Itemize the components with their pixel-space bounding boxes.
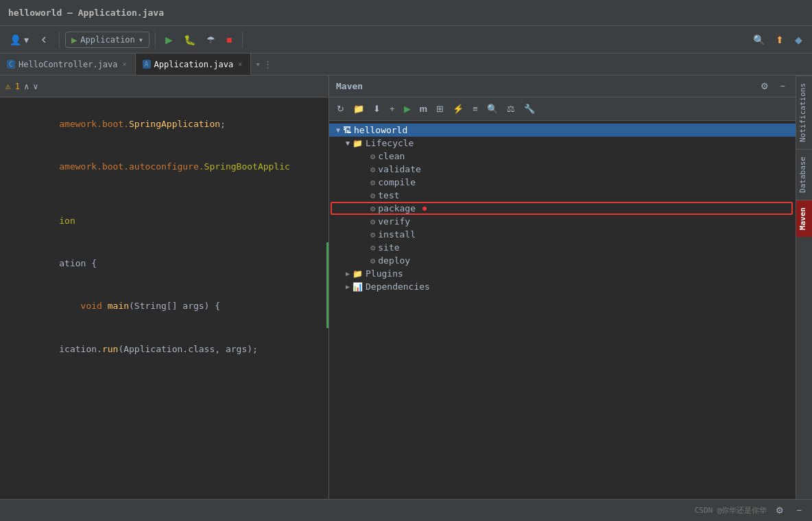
chevron-down-icon: ▾ <box>139 35 143 45</box>
maven-search-maven-btn[interactable]: 🔍 <box>483 102 501 116</box>
main-toolbar: 👤 ▾ ▶ Application ▾ ▶ 🐛 ☂ ■ 🔍 ⬆ ◆ <box>0 26 812 54</box>
maven-settings-btn[interactable]: ⚙ <box>757 79 772 93</box>
gear-icon-site: ⚙ <box>370 243 375 253</box>
tree-item-compile[interactable]: ⚙ compile <box>329 176 796 189</box>
maven-label: Maven <box>798 207 807 230</box>
tree-arrow-dependencies: ▶ <box>343 283 353 290</box>
tab-close-hello[interactable]: × <box>121 60 128 69</box>
maven-add-btn[interactable]: 📁 <box>350 102 368 116</box>
tree-label-plugins: Plugins <box>366 268 403 279</box>
tree-item-package[interactable]: ⚙ package <box>329 202 796 215</box>
tree-item-clean[interactable]: ⚙ clean <box>329 150 796 163</box>
maven-balance-btn[interactable]: ⚖ <box>503 102 518 116</box>
editor-line-5: ation { <box>0 242 329 285</box>
maven-tree: ▼ 🏗 helloworld ▼ 📁 Lifecycle ⚙ clean ⚙ v… <box>329 121 796 499</box>
run-button[interactable]: ▶ <box>161 32 177 48</box>
tree-root-helloworld[interactable]: ▼ 🏗 helloworld <box>329 124 796 137</box>
tree-label-package: package <box>378 203 416 213</box>
maven-run-btn[interactable]: + <box>386 102 398 116</box>
tree-label-install: install <box>378 229 416 240</box>
green-indicator <box>326 242 329 285</box>
toolbar-sep-3 <box>242 32 243 48</box>
run-config-dropdown[interactable]: ▶ Application ▾ <box>65 32 150 48</box>
tree-item-site[interactable]: ⚙ site <box>329 241 796 254</box>
tab-dropdown-icon: ▾ <box>255 59 261 69</box>
tree-item-install[interactable]: ⚙ install <box>329 228 796 241</box>
tab-label-app: Application.java <box>154 60 234 69</box>
maven-m-btn[interactable]: m <box>416 102 431 116</box>
tree-lifecycle[interactable]: ▼ 📁 Lifecycle <box>329 137 796 150</box>
maven-toggle-btn[interactable]: ≡ <box>469 102 481 116</box>
bottom-minimize-btn[interactable]: − <box>793 503 805 518</box>
gear-icon-compile: ⚙ <box>370 178 375 187</box>
line-content-1: amework.boot.SpringApplication; <box>5 103 226 146</box>
window-title: helloworld – Application.java <box>8 8 164 18</box>
gear-icon-clean: ⚙ <box>370 152 375 161</box>
back-button[interactable] <box>36 32 53 47</box>
gear-icon-package: ⚙ <box>370 204 375 213</box>
tree-plugins[interactable]: ▶ 📁 Plugins <box>329 267 796 280</box>
maven-refresh-btn[interactable]: ↻ <box>333 102 348 116</box>
maven-header: Maven ⚙ − <box>329 76 796 97</box>
maven-minimize-btn[interactable]: − <box>776 79 789 93</box>
tree-dependencies[interactable]: ▶ 📊 Dependencies <box>329 280 796 293</box>
notifications-vtab[interactable]: Notifications <box>796 76 812 149</box>
nav-up-arrow[interactable]: ∧ <box>24 82 29 91</box>
maven-toolbar: ↻ 📁 ⬇ + ▶ m ⊞ ⚡ ≡ 🔍 ⚖ 🔧 <box>329 97 796 121</box>
maven-download-btn[interactable]: ⬇ <box>370 102 384 116</box>
maven-lightning-btn[interactable]: ⚡ <box>449 102 467 116</box>
main-area: ⚠ 1 ∧ ∨ amework.boot.SpringApplication; … <box>0 76 812 499</box>
database-vtab[interactable]: Database <box>796 149 812 200</box>
nav-down-arrow[interactable]: ∨ <box>33 82 38 91</box>
credit-text: CSDN @你华还是你华 <box>695 505 767 516</box>
editor-area: ⚠ 1 ∧ ∨ amework.boot.SpringApplication; … <box>0 76 329 499</box>
tree-label-verify: verify <box>378 216 410 227</box>
line-content-2: amework.boot.autoconfigure.SpringBootApp… <box>5 146 290 188</box>
tab-label-hello: HelloController.java <box>19 60 118 69</box>
title-bar: helloworld – Application.java <box>0 0 812 26</box>
run-config-icon: ▶ <box>71 34 77 45</box>
tree-label-dependencies: Dependencies <box>366 281 430 292</box>
tree-item-deploy[interactable]: ⚙ deploy <box>329 254 796 267</box>
maven-skip-btn[interactable]: ⊞ <box>433 102 447 116</box>
maven-panel: Maven ⚙ − ↻ 📁 ⬇ + ▶ m ⊞ ⚡ ≡ 🔍 ⚖ 🔧 ▼ 🏗 he… <box>329 76 796 499</box>
maven-execute-btn[interactable]: ▶ <box>401 102 414 116</box>
tree-item-verify[interactable]: ⚙ verify <box>329 215 796 228</box>
tab-extras[interactable]: ▾ ⋮ <box>251 54 276 75</box>
bottom-settings-btn[interactable]: ⚙ <box>772 503 787 518</box>
tree-item-test[interactable]: ⚙ test <box>329 189 796 202</box>
notifications-label: Notifications <box>798 83 807 142</box>
stop-button[interactable]: ■ <box>222 32 236 48</box>
debug-button[interactable]: 🐛 <box>180 32 200 48</box>
tab-application[interactable]: A Application.java × <box>136 54 252 75</box>
profile-button[interactable]: 👤 ▾ <box>5 32 33 48</box>
line-content-4: ion <box>5 200 75 242</box>
maven-title: Maven <box>336 81 363 91</box>
toolbar-sep-2 <box>155 32 156 48</box>
gear-icon-verify: ⚙ <box>370 217 375 227</box>
tab-close-app[interactable]: × <box>237 60 243 69</box>
tree-icon-lifecycle: 📁 <box>353 139 363 148</box>
search-button[interactable]: 🔍 <box>749 32 769 48</box>
tree-label-lifecycle: Lifecycle <box>366 138 414 148</box>
coverage-button[interactable]: ☂ <box>202 32 219 48</box>
tab-hello-controller[interactable]: C HelloController.java × <box>0 54 136 75</box>
editor-line-2: amework.boot.autoconfigure.SpringBootApp… <box>0 146 329 188</box>
gear-icon-validate: ⚙ <box>370 165 375 174</box>
line-content-7: ication.run(Application.class, args); <box>5 328 258 371</box>
update-button[interactable]: ⬆ <box>772 32 788 48</box>
maven-vtab[interactable]: Maven <box>796 200 812 237</box>
tab-icon-hello: C <box>7 60 15 69</box>
tree-icon-plugins: 📁 <box>353 269 363 279</box>
editor-line-3 <box>0 189 329 200</box>
tree-item-validate[interactable]: ⚙ validate <box>329 163 796 176</box>
tree-label-validate: validate <box>378 164 421 174</box>
tree-label-test: test <box>378 190 399 200</box>
tab-menu-icon: ⋮ <box>263 59 272 69</box>
warning-count: 1 <box>15 82 20 91</box>
plugins-button[interactable]: ◆ <box>791 32 807 48</box>
database-label: Database <box>798 157 807 193</box>
toolbar-sep-1 <box>59 32 60 48</box>
editor-line-7: ication.run(Application.class, args); <box>0 328 329 371</box>
maven-wrench-btn[interactable]: 🔧 <box>521 102 538 116</box>
